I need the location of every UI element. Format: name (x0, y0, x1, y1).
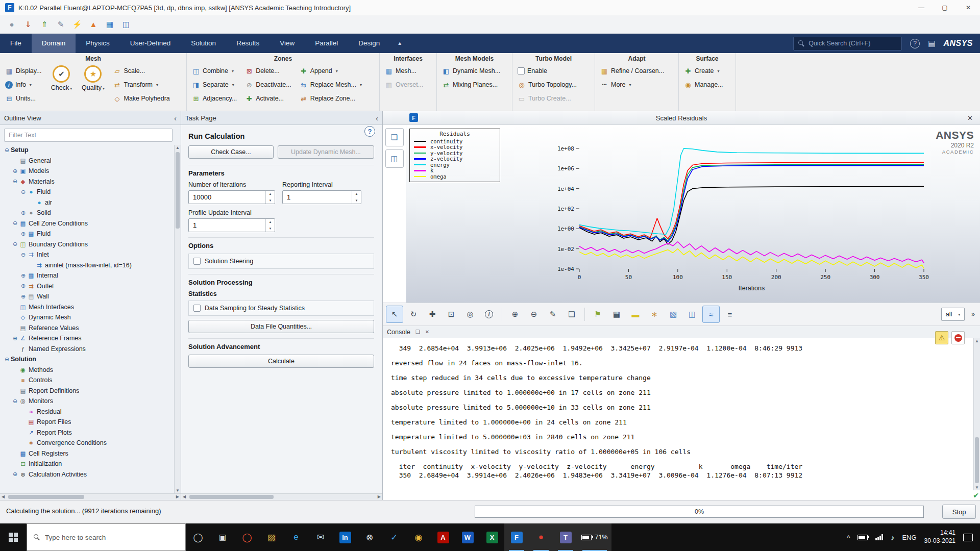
reporting-interval-stepper[interactable]: ▲▼ (352, 191, 361, 204)
linkedin-taskbar-button[interactable]: in (333, 523, 357, 551)
scroll-left-icon[interactable]: ◀ (2, 494, 5, 499)
profile-update-stepper[interactable]: ▲▼ (265, 219, 275, 232)
outline-vertical-scrollbar[interactable]: ▲ ▼ (174, 145, 181, 493)
toolbar-overflow-icon[interactable]: » (969, 311, 977, 318)
tab-solution[interactable]: Solution (181, 34, 226, 53)
scroll-down-icon[interactable]: ▼ (175, 488, 181, 493)
tree-item-internal[interactable]: ⊕▦Internal (0, 270, 174, 281)
plot-button[interactable]: ≈ (702, 306, 720, 323)
start-button[interactable] (0, 523, 27, 551)
step-down-icon[interactable]: ▼ (266, 197, 275, 204)
xbox-taskbar-button[interactable]: ⊗ (357, 523, 382, 551)
collapse-icon[interactable]: ⊖ (11, 241, 19, 247)
pan-tool[interactable]: ✚ (424, 306, 441, 323)
scroll-up-icon[interactable]: ▲ (175, 145, 181, 150)
tree-item-initialization[interactable]: ⊡Initialization (0, 459, 174, 469)
mail-taskbar-button[interactable]: ✉ (308, 523, 333, 551)
rotate-view-tool[interactable]: ↻ (405, 306, 422, 323)
refine-coarsen-button[interactable]: ▦Refine / Coarsen... (597, 64, 667, 78)
turbo-enable-checkbox[interactable]: Enable (514, 64, 580, 78)
collapse-icon[interactable]: ⊖ (19, 189, 27, 195)
replace-mesh-button[interactable]: ⇆Replace Mesh...▾ (297, 78, 365, 91)
tree-item-calculation-activities[interactable]: ⊕⊛Calculation Activities (0, 469, 174, 480)
separate-button[interactable]: ◨Separate▾ (189, 78, 240, 91)
edge-taskbar-button[interactable]: e (284, 523, 308, 551)
step-up-icon[interactable]: ▲ (266, 219, 275, 226)
check-case-button[interactable]: Check Case... (188, 145, 274, 159)
surface-create-button[interactable]: ✚Create▾ (681, 64, 726, 78)
tree-item-airinlet-mass-flow-inlet-id-16[interactable]: ⇉airinlet (mass-flow-inlet, id=16) (0, 260, 174, 271)
console-detach-icon[interactable]: ❏ (415, 329, 420, 335)
step-down-icon[interactable]: ▼ (352, 197, 361, 204)
turbo-topology-button[interactable]: ◎Turbo Topology... (514, 78, 580, 91)
adapt-more-button[interactable]: •••More▾ (597, 78, 667, 91)
adjacency-button[interactable]: ⊞Adjacency... (189, 92, 240, 105)
tree-item-reference-frames[interactable]: ⊕∠Reference Frames (0, 333, 174, 344)
display-button[interactable]: ▦Display... (2, 64, 44, 78)
tree-item-fluid[interactable]: ⊕▦Fluid (0, 229, 174, 239)
quick-search-input[interactable]: Quick Search (Ctrl+F) (793, 37, 902, 51)
turbo-create-button[interactable]: ▭Turbo Create... (514, 92, 580, 105)
delete-button[interactable]: ⊠Delete... (242, 64, 294, 78)
overset-button[interactable]: ▦Overset... (382, 78, 426, 91)
expand-icon[interactable]: ⊕ (19, 272, 27, 279)
info-button[interactable]: iInfo▾ (2, 78, 44, 91)
tree-item-air[interactable]: ●air (0, 197, 174, 208)
zoom-out-button[interactable]: ⊖ (525, 306, 543, 323)
tree-item-report-plots[interactable]: ↗Report Plots (0, 428, 174, 438)
quality-button[interactable]: ★ Quality▾ (77, 63, 109, 91)
excel-taskbar-button[interactable]: X (480, 523, 504, 551)
tree-item-fluid[interactable]: ⊖●Fluid (0, 187, 174, 197)
console-close-icon[interactable]: ✕ (425, 329, 429, 335)
filter-text-input[interactable] (4, 129, 173, 142)
graphics-close-button[interactable]: ✕ (964, 111, 976, 124)
append-button[interactable]: ✚Append▾ (297, 64, 365, 78)
calculate-button[interactable]: Calculate (188, 355, 374, 368)
warning-button[interactable]: ⚠ (935, 331, 948, 344)
solution-steering-checkbox[interactable]: Solution Steering (188, 254, 374, 269)
annotate-tool[interactable]: ✎ (544, 306, 561, 323)
tree-item-boundary-conditions[interactable]: ⊖◫Boundary Conditions (0, 239, 174, 250)
profile-update-input[interactable]: 1 ▲▼ (188, 218, 275, 232)
tree-item-cell-zone-conditions[interactable]: ⊖▦Cell Zone Conditions (0, 218, 174, 229)
import-button[interactable]: ⇓ (21, 18, 35, 31)
tree-item-inlet[interactable]: ⊖⇉Inlet (0, 249, 174, 260)
tree-item-monitors[interactable]: ⊖◎Monitors (0, 396, 174, 407)
tree-item-named-expressions[interactable]: ƒNamed Expressions (0, 344, 174, 355)
help-icon[interactable]: ? (910, 39, 920, 48)
expand-icon[interactable]: ⊕ (11, 471, 19, 478)
task-view-button[interactable]: ▣ (210, 523, 235, 551)
collapse-icon[interactable]: ⊖ (11, 398, 19, 405)
taskbar-search-input[interactable]: Type here to search (27, 523, 186, 551)
transform-button[interactable]: ⇄Transform▾ (110, 78, 173, 91)
documentation-icon[interactable]: ▤ (928, 39, 935, 48)
tree-item-wall[interactable]: ⊕▤Wall (0, 291, 174, 302)
tree-item-models[interactable]: ⊕▣Models (0, 166, 174, 177)
select-tool[interactable]: ↖ (386, 306, 403, 323)
ribbon-collapse-icon[interactable]: ▲ (390, 34, 409, 53)
scroll-left-icon[interactable]: ◀ (183, 494, 186, 499)
close-button[interactable]: ✕ (957, 0, 980, 15)
task-horizontal-scrollbar[interactable]: ◀ ▶ (181, 493, 382, 500)
tree-item-general[interactable]: ▤General (0, 156, 174, 166)
expand-icon[interactable]: ⊕ (11, 335, 19, 342)
activate-button[interactable]: ✚Activate... (242, 92, 294, 105)
step-up-icon[interactable]: ▲ (352, 191, 361, 197)
export-button[interactable]: ⇑ (38, 18, 51, 31)
tree-item-controls[interactable]: ≡Controls (0, 375, 174, 386)
maximize-button[interactable]: ▢ (933, 0, 957, 15)
contour-bar-toggle[interactable]: ▬ (627, 306, 644, 323)
split-view-button[interactable]: ◫ (385, 149, 404, 168)
fluent-taskbar-button[interactable]: F (504, 523, 529, 551)
word-taskbar-button[interactable]: W (455, 523, 480, 551)
tree-item-materials[interactable]: ⊖◆Materials (0, 177, 174, 187)
tree-item-outlet[interactable]: ⊕⇉Outlet (0, 281, 174, 292)
tree-item-report-files[interactable]: ▤Report Files (0, 417, 174, 428)
outline-horizontal-scrollbar[interactable]: ◀ ▶ (0, 493, 181, 500)
interrupt-button[interactable] (951, 331, 965, 344)
cortana-button[interactable]: ◯ (186, 523, 210, 551)
scroll-up-icon[interactable]: ▲ (974, 339, 980, 343)
task-help-button[interactable]: ? (364, 126, 375, 137)
tree-item-convergence-conditions[interactable]: ∗Convergence Conditions (0, 438, 174, 448)
check-button[interactable]: ✔ Check▾ (45, 63, 77, 91)
